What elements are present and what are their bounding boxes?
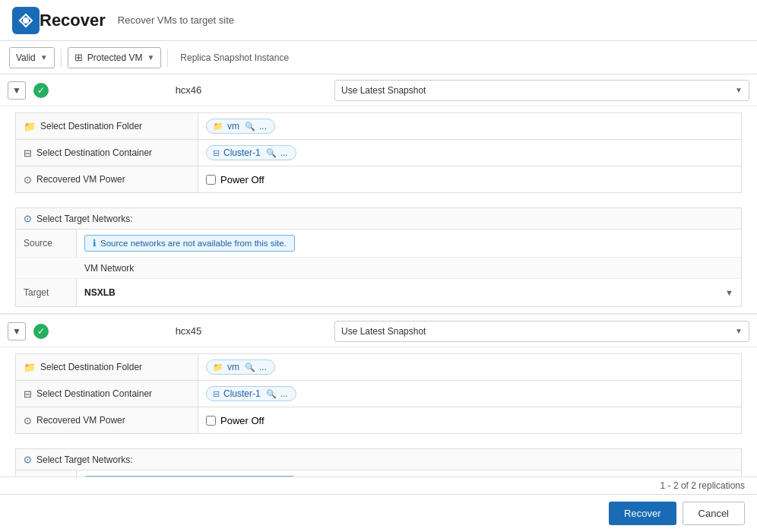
power-checkbox-label-2: Power Off: [220, 415, 264, 426]
app-logo-icon: [12, 7, 40, 34]
folder-value-2: 📁 vm 🔍 ...: [198, 359, 741, 375]
container-value-2: ⊟ Cluster-1 🔍 ...: [198, 386, 741, 401]
container-chip-1[interactable]: ⊟ Cluster-1 🔍 ...: [206, 145, 296, 160]
network-vm-row-1: VM Network: [16, 258, 741, 279]
replication-count-bar: 1 - 2 of 2 replications: [0, 477, 757, 494]
protected-vm-icon: ⊞: [74, 52, 83, 63]
container-label-text-1: Select Destination Container: [36, 147, 152, 158]
filter-valid-caret-icon: ▼: [40, 53, 48, 62]
scroll-area[interactable]: ▼ ✓ hcx46 Use Latest Snapshot ▼ 📁 Select…: [0, 74, 757, 477]
target-label-1: Target: [16, 279, 77, 306]
vm-snapshot-caret-icon-1: ▼: [735, 86, 743, 94]
svg-point-1: [23, 17, 29, 24]
container-label-text-2: Select Destination Container: [36, 388, 152, 399]
vm-header-2: ▼ ✓ hcx45 Use Latest Snapshot ▼: [0, 315, 757, 347]
power-label-2: ⊙ Recovered VM Power: [16, 407, 198, 433]
container-chip-text-1: Cluster-1: [223, 147, 261, 158]
vm-row-1: ▼ ✓ hcx46 Use Latest Snapshot ▼ 📁 Select…: [0, 74, 757, 314]
power-checkbox-label-1: Power Off: [220, 174, 264, 185]
filter-protected-select[interactable]: ⊞ Protected VM ▼: [68, 47, 162, 68]
vm-name-2: hcx45: [55, 325, 322, 337]
power-label-text-2: Recovered VM Power: [36, 415, 125, 426]
power-checkbox-container-2: Power Off: [206, 415, 264, 426]
vm-toggle-2[interactable]: ▼: [8, 322, 26, 340]
target-select-text-1: NSXLB: [84, 287, 116, 298]
container-chip-dots-2: ...: [280, 388, 288, 399]
info-icon-1: ℹ: [93, 238, 97, 249]
container-value-1: ⊟ Cluster-1 🔍 ...: [198, 145, 741, 160]
footer: Recover Cancel: [0, 494, 757, 532]
vm-snapshot-caret-icon-2: ▼: [735, 327, 743, 335]
vm-status-icon-2: ✓: [33, 324, 49, 339]
vm-snapshot-text-2: Use Latest Snapshot: [341, 326, 426, 337]
source-info-badge-1: ℹ Source networks are not available from…: [84, 235, 295, 252]
vm-toggle-1[interactable]: ▼: [8, 81, 26, 100]
folder-chip-dots-2: ...: [259, 362, 267, 372]
filter-protected-label: Protected VM: [87, 52, 143, 63]
container-icon-1: ⊟: [24, 147, 32, 159]
folder-chip-dots-1: ...: [259, 121, 267, 131]
page-title: Recover: [40, 11, 106, 30]
power-checkbox-container-1: Power Off: [206, 174, 264, 185]
vm-snapshot-text-1: Use Latest Snapshot: [341, 85, 426, 96]
folder-icon-2: 📁: [24, 362, 36, 373]
folder-icon-1: 📁: [24, 121, 36, 132]
container-chip-2[interactable]: ⊟ Cluster-1 🔍 ...: [206, 386, 296, 401]
filter-valid-label: Valid: [16, 52, 36, 63]
container-icon-2: ⊟: [24, 388, 32, 400]
folder-row-2: 📁 Select Destination Folder 📁 vm 🔍 ...: [15, 353, 742, 381]
network-source-row-1: Source ℹ Source networks are not availab…: [16, 230, 741, 258]
networks-header-2: ⊙ Select Target Networks:: [16, 449, 741, 470]
vm-row-2: ▼ ✓ hcx45 Use Latest Snapshot ▼ 📁 Select…: [0, 315, 757, 477]
toolbar-divider-2: [167, 49, 168, 67]
container-search-icon-1: 🔍: [266, 148, 277, 158]
vm-snapshot-select-2[interactable]: Use Latest Snapshot ▼: [334, 321, 749, 342]
power-checkbox-1[interactable]: [206, 175, 216, 185]
vm-snapshot-select-1[interactable]: Use Latest Snapshot ▼: [334, 80, 749, 101]
folder-value-1: 📁 vm 🔍 ...: [198, 119, 741, 134]
power-row-2: ⊙ Recovered VM Power Power Off: [15, 407, 742, 434]
folder-chip-icon-1: 📁: [213, 122, 223, 131]
power-icon-1: ⊙: [24, 174, 32, 185]
folder-chip-1[interactable]: 📁 vm 🔍 ...: [206, 119, 275, 134]
power-value-2: Power Off: [198, 415, 741, 426]
power-checkbox-2[interactable]: [206, 416, 216, 426]
toolbar: Valid ▼ ⊞ Protected VM ▼ Replica Snapsho…: [0, 41, 757, 74]
filter-protected-caret-icon: ▼: [147, 53, 154, 62]
container-chip-dots-1: ...: [280, 147, 288, 158]
vm-details-1: 📁 Select Destination Folder 📁 vm 🔍 ...: [0, 106, 757, 201]
recover-button[interactable]: Recover: [609, 502, 676, 525]
networks-section-1: ⊙ Select Target Networks: Source ℹ Sourc…: [15, 207, 742, 307]
vm-status-icon-1: ✓: [33, 83, 49, 98]
footer-buttons: Recover Cancel: [609, 502, 745, 525]
source-value-1: ℹ Source networks are not available from…: [77, 230, 741, 256]
header: Recover Recover VMs to target site: [0, 0, 757, 41]
replication-count: 1 - 2 of 2 replications: [660, 480, 745, 491]
networks-title-1: Select Target Networks:: [36, 214, 133, 224]
power-icon-2: ⊙: [24, 415, 32, 426]
networks-icon-2: ⊙: [24, 454, 32, 465]
snapshot-instance-label: Replica Snapshot Instance: [174, 50, 295, 65]
source-label-2: Source: [16, 470, 77, 477]
container-chip-icon-1: ⊟: [213, 148, 220, 158]
folder-search-icon-1: 🔍: [245, 122, 255, 131]
filter-valid-select[interactable]: Valid ▼: [9, 47, 55, 68]
main-content: ▼ ✓ hcx46 Use Latest Snapshot ▼ 📁 Select…: [0, 74, 757, 494]
target-select-caret-icon-1: ▼: [725, 288, 733, 297]
power-value-1: Power Off: [198, 174, 741, 185]
vm-header-1: ▼ ✓ hcx46 Use Latest Snapshot ▼: [0, 74, 757, 106]
networks-title-2: Select Target Networks:: [36, 454, 133, 465]
networks-icon-1: ⊙: [24, 213, 32, 224]
folder-chip-text-1: vm: [227, 121, 239, 131]
source-value-2: ℹ Source networks are not available from…: [77, 471, 741, 477]
cancel-button[interactable]: Cancel: [683, 502, 745, 525]
folder-row-1: 📁 Select Destination Folder 📁 vm 🔍 ...: [15, 112, 742, 140]
folder-chip-2[interactable]: 📁 vm 🔍 ...: [206, 359, 275, 375]
power-row-1: ⊙ Recovered VM Power Power Off: [15, 166, 742, 193]
source-vm-network-1: VM Network: [77, 260, 741, 277]
app-window: Recover Recover VMs to target site Valid…: [0, 0, 757, 532]
container-chip-icon-2: ⊟: [213, 389, 220, 399]
toolbar-divider-1: [61, 49, 62, 67]
source-label-1: Source: [16, 230, 77, 257]
target-select-1[interactable]: NSXLB ▼: [77, 287, 741, 298]
